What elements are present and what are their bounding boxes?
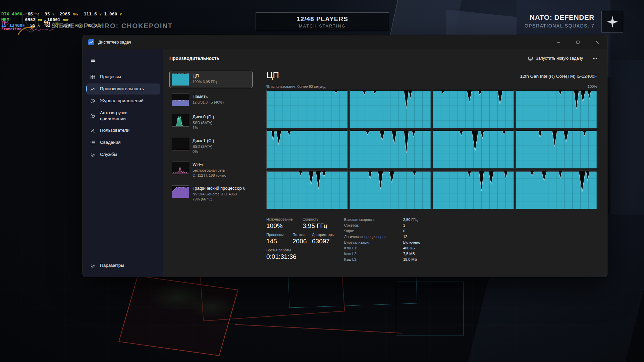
sidebar-item-services[interactable]: Службы — [86, 149, 160, 160]
logical-processor-graph-7[interactable] — [516, 130, 597, 169]
cpu-spec-list: Базовая скорость:2,50 ГГцСокетов:1Ядра:6… — [344, 217, 597, 263]
spec-label: Логических процессоров: — [344, 235, 398, 239]
perf-item-detail: Беспроводная сеть — [193, 168, 226, 173]
page-title: Производительность — [169, 56, 219, 61]
perf-item-disk1[interactable]: Диск 1 (C:)SSD (SATA)0% — [169, 135, 253, 156]
stat-label: Использование — [266, 217, 303, 221]
more-options-button[interactable] — [589, 53, 600, 63]
spec-value: 6 — [403, 229, 597, 233]
sidebar-item-app-history[interactable]: Журнал приложений — [86, 96, 160, 107]
gear-icon — [90, 263, 95, 268]
logical-processor-graph-6[interactable] — [433, 130, 514, 169]
perf-thumbnail-memory — [172, 94, 189, 106]
sidebar-item-label: Пользователи — [100, 128, 129, 133]
logical-processor-graph-5[interactable] — [350, 130, 431, 169]
stat-label: Дескрипторы — [312, 233, 334, 237]
sidebar-item-label: Журнал приложений — [100, 98, 144, 104]
perf-item-name: Диск 0 (D:) — [193, 114, 214, 119]
task-manager-window: Диспетчер задач ПроцессыПроизводительнос… — [83, 35, 607, 277]
perf-item-memory[interactable]: Память12,6/31,8 ГБ (40%) — [169, 91, 253, 109]
sidebar-item-processes[interactable]: Процессы — [86, 71, 160, 82]
perf-item-cpu[interactable]: ЦП100% 3,95 ГГц — [169, 71, 253, 88]
uptime-label: Время работы — [266, 248, 297, 252]
spec-value: 12 — [403, 235, 597, 239]
perf-thumbnail-cpu — [172, 73, 189, 86]
run-new-task-button[interactable]: Запустить новую задачу — [525, 54, 586, 63]
stat-value: 100% — [266, 222, 303, 230]
perf-item-name: Wi-Fi — [193, 162, 226, 167]
run-task-label: Запустить новую задачу — [536, 56, 583, 61]
chart-max-label: 100% — [588, 84, 597, 88]
logical-processor-graph-11[interactable] — [516, 171, 597, 209]
spec-value: 7,5 МБ — [403, 252, 597, 256]
nav-menu-button[interactable] — [86, 55, 100, 66]
sidebar-item-label: Параметры — [100, 263, 124, 268]
sidebar-item-label: Производительность — [100, 86, 144, 92]
spec-value: 480 КБ — [403, 246, 597, 250]
fps-number: 96 — [44, 19, 50, 26]
cpu-model: 12th Gen Intel(R) Core(TM) i5-12400F — [520, 74, 597, 80]
sidebar-item-startup-apps[interactable]: Автозагрузка приложений — [86, 108, 160, 124]
sidebar-item-performance[interactable]: Производительность — [86, 83, 160, 95]
osd-line: RTX 4060 66 °C 95 % 2985 MHz 111.6 V 1.0… — [1, 11, 122, 17]
content-header: Производительность Запустить новую задач… — [163, 49, 607, 67]
logical-processor-graph-2[interactable] — [433, 90, 514, 128]
performance-osd: RTX 4060 66 °C 95 % 2985 MHz 111.6 V 1.0… — [1, 1, 122, 39]
perf-item-wifi[interactable]: Wi-FiБеспроводная сетьО: 112 П: 168 кбит… — [169, 159, 253, 180]
spec-value: 2,50 ГГц — [403, 218, 597, 222]
spec-value: 1 — [403, 223, 597, 227]
perf-item-text: Графический процессор 0NVIDIA GeForce RT… — [193, 185, 246, 201]
stat-value: 2006 — [292, 238, 312, 245]
cpu-panel: ЦП 12th Gen Intel(R) Core(TM) i5-12400F … — [260, 69, 597, 277]
perf-item-disk0[interactable]: Диск 0 (D:)SSD (SATA)1% — [169, 112, 253, 132]
cpu-stats: Использование 100% Скорость 3,95 ГГц — [266, 217, 597, 263]
osd-frametime-label: Frametime — [1, 27, 21, 31]
sidebar-item-settings[interactable]: Параметры — [86, 260, 160, 271]
stat-label: Потоки — [292, 233, 312, 237]
performance-main: ЦП100% 3,95 ГГцПамять12,6/31,8 ГБ (40%)Д… — [163, 67, 607, 277]
logical-processor-graph-4[interactable] — [266, 130, 348, 169]
window-body: ПроцессыПроизводительностьЖурнал приложе… — [83, 49, 607, 277]
perf-item-text: Диск 1 (C:)SSD (SATA)0% — [193, 138, 214, 154]
window-controls — [549, 35, 607, 49]
faction-info: NATO: DEFENDER OPERATIONAL SQUADS: 7 — [525, 13, 594, 28]
close-button[interactable] — [588, 35, 607, 49]
perf-item-detail: SSD (SATA) — [193, 120, 214, 125]
spec-value: Включено — [403, 240, 597, 244]
spec-label: Кэш L1: — [344, 246, 398, 250]
sidebar-settings-wrap: Параметры — [83, 259, 163, 272]
minimize-button[interactable] — [549, 35, 568, 49]
logical-processor-grid[interactable] — [266, 90, 597, 209]
logical-processor-graph-3[interactable] — [516, 90, 597, 128]
sidebar-item-users[interactable]: Пользователи — [86, 125, 160, 136]
logical-processor-graph-1[interactable] — [350, 90, 431, 128]
players-count: 12/48 PLAYERS — [297, 15, 348, 23]
perf-thumbnail-gpu0 — [172, 185, 189, 198]
sidebar: ПроцессыПроизводительностьЖурнал приложе… — [83, 49, 163, 277]
maximize-button[interactable] — [568, 35, 588, 49]
task-manager-app-icon — [88, 39, 94, 45]
perf-thumbnail-wifi — [172, 162, 189, 174]
perf-item-detail: 100% 3,95 ГГц — [193, 79, 217, 84]
spec-label: Кэш L2: — [344, 252, 398, 256]
logical-processor-graph-9[interactable] — [350, 171, 431, 209]
window-title: Диспетчер задач — [98, 40, 131, 45]
perf-item-text: Wi-FiБеспроводная сетьО: 112 П: 168 кбит… — [193, 162, 226, 178]
run-task-icon — [528, 56, 533, 61]
logical-processor-graph-0[interactable] — [266, 90, 348, 128]
logical-processor-graph-8[interactable] — [266, 171, 348, 209]
map-title: SIEGE OF CAIRO: CHOKEPOINT — [51, 22, 173, 30]
faction-name: NATO: DEFENDER — [525, 13, 594, 21]
sidebar-item-details[interactable]: Сведения — [86, 137, 160, 148]
chart-meta: % использования более 60 секунд 100% — [266, 84, 597, 88]
perf-item-detail: NVIDIA GeForce RTX 4060 — [193, 192, 246, 197]
uptime-value: 0:01:31:36 — [266, 253, 297, 260]
star-icon — [606, 15, 619, 28]
perf-item-gpu0[interactable]: Графический процессор 0NVIDIA GeForce RT… — [169, 183, 253, 204]
logical-processor-graph-10[interactable] — [433, 171, 514, 209]
details-icon — [90, 140, 95, 145]
perf-item-name: ЦП — [193, 73, 217, 78]
users-icon — [90, 128, 95, 133]
titlebar[interactable]: Диспетчер задач — [83, 35, 607, 49]
spec-label: Виртуализация: — [344, 240, 398, 244]
